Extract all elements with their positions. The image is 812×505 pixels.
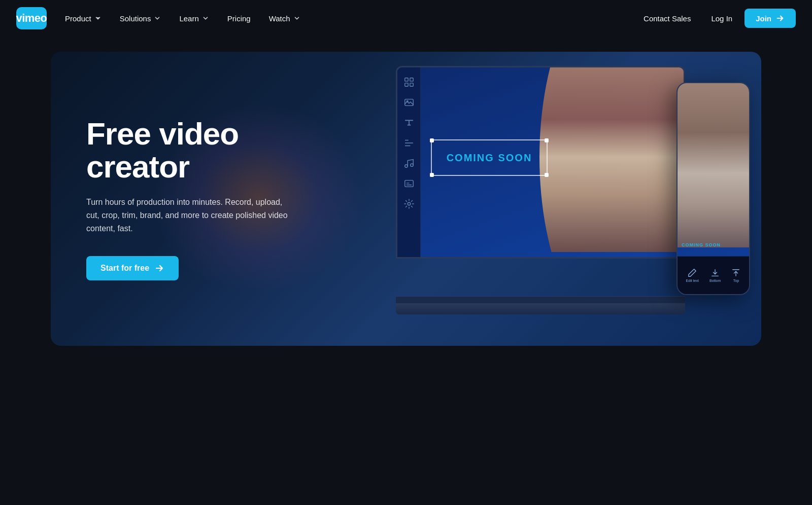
hero-content: Free video creator Turn hours of product… [51,87,335,310]
laptop-base [396,303,685,314]
person-image [531,67,684,252]
svg-point-9 [408,202,411,205]
chevron-down-icon [202,15,209,22]
logo[interactable]: vimeo [16,7,47,29]
nav-item-learn[interactable]: Learn [171,10,217,27]
settings-icon [403,198,415,209]
editor-toolbar [397,67,421,257]
logo-wordmark: vimeo [16,12,47,25]
hero-title: Free video creator [86,117,299,183]
chevron-down-icon [94,15,101,22]
phone-top: Top [731,268,740,282]
nav-item-product[interactable]: Product [57,10,110,27]
phone-screen: COMING SOON Edit text Bottom [678,83,749,294]
hero-section: Free video creator Turn hours of product… [51,52,761,346]
phone-coming-soon: COMING SOON [682,242,745,247]
svg-rect-1 [410,78,413,81]
start-for-free-button[interactable]: Start for free [86,256,179,280]
chevron-down-icon [293,15,300,22]
svg-rect-8 [404,181,413,187]
navbar: vimeo Product Solutions Learn Pricing [0,0,812,37]
elements-icon [403,137,415,149]
svg-rect-3 [410,83,413,86]
login-button[interactable]: Log In [703,10,740,27]
svg-rect-2 [404,83,408,86]
align-bottom-icon [710,268,720,277]
pencil-icon [688,268,697,277]
nav-item-solutions[interactable]: Solutions [112,10,170,27]
phone-person-image [678,83,749,247]
nav-item-watch[interactable]: Watch [261,10,309,27]
chevron-down-icon [154,15,161,22]
svg-point-7 [410,164,413,167]
join-button[interactable]: Join [745,9,796,28]
laptop-screen: COMING SOON [396,66,685,259]
below-hero [0,366,812,503]
nav-item-pricing[interactable]: Pricing [219,10,259,27]
phone-mockup: COMING SOON Edit text Bottom [676,82,750,295]
phone-edit-text: Edit text [686,268,699,282]
nav-items: Product Solutions Learn Pricing Watch [57,10,635,27]
music-icon [403,158,415,169]
hero-devices: COMING SOON COMING SOON [396,52,761,346]
laptop-canvas: COMING SOON [421,67,684,257]
phone-bottom-toolbar: Edit text Bottom Top [678,256,749,294]
contact-sales-button[interactable]: Contact Sales [635,10,699,27]
laptop-bottom-bar [396,296,685,303]
image-icon [403,97,415,108]
handle-top-left [430,138,434,142]
laptop-mockup: COMING SOON [396,66,700,314]
align-top-icon [731,268,740,277]
hero-description: Turn hours of production into minutes. R… [86,196,289,236]
coming-soon-label: COMING SOON [447,152,532,164]
text-selection-box: COMING SOON [431,139,548,176]
handle-bottom-left [430,173,434,177]
text-icon [403,117,415,128]
handle-bottom-right [545,173,549,177]
svg-rect-0 [404,78,408,81]
arrow-right-icon [775,14,785,23]
handle-top-right [545,138,549,142]
svg-point-6 [404,165,408,168]
phone-bottom: Bottom [709,268,721,282]
grid-icon [403,77,415,88]
nav-right: Contact Sales Log In Join [635,9,796,28]
arrow-right-icon [154,263,164,273]
subtitles-icon [403,178,415,189]
